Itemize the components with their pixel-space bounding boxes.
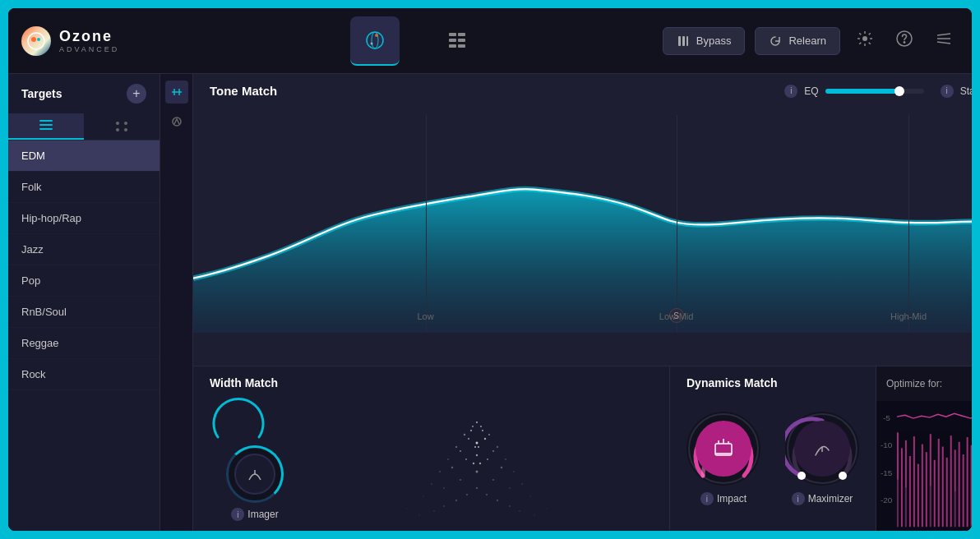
genre-item-jazz[interactable]: Jazz xyxy=(8,234,159,265)
eq-info-icon[interactable]: i xyxy=(784,85,797,98)
sidebar-header: Targets + xyxy=(8,74,159,113)
eq-slider[interactable] xyxy=(825,89,924,94)
genre-item-hiphop[interactable]: Hip-hop/Rap xyxy=(8,203,159,234)
svg-point-27 xyxy=(124,122,127,125)
svg-point-70 xyxy=(406,508,408,509)
add-target-button[interactable]: + xyxy=(127,84,146,104)
stabilizer-label: Stabilizer xyxy=(960,85,972,97)
svg-point-80 xyxy=(519,510,520,512)
svg-rect-107 xyxy=(918,464,919,527)
svg-point-6 xyxy=(370,42,372,44)
svg-point-2 xyxy=(37,38,40,41)
tone-match-header: Tone Match i EQ i Stabilizer xyxy=(193,74,972,108)
side-icon-dynamics[interactable] xyxy=(165,110,188,133)
grid-btn[interactable] xyxy=(432,16,482,66)
svg-rect-112 xyxy=(938,439,940,527)
genre-item-rnbsoul[interactable]: RnB/Soul xyxy=(8,297,159,328)
svg-point-26 xyxy=(116,128,119,131)
content-area: Tone Match i EQ i Stabilizer xyxy=(193,74,972,531)
svg-rect-118 xyxy=(963,454,964,527)
genre-item-pop[interactable]: Pop xyxy=(8,265,159,297)
sidebar-tabs xyxy=(8,113,159,141)
svg-rect-108 xyxy=(922,445,923,527)
svg-rect-119 xyxy=(967,437,968,527)
stabilizer-info-icon[interactable]: i xyxy=(941,85,954,98)
svg-point-44 xyxy=(496,446,497,448)
settings-button[interactable] xyxy=(850,24,880,58)
svg-rect-114 xyxy=(946,458,948,527)
sidebar-title: Targets xyxy=(21,87,62,100)
imager-knob-area: i Imager xyxy=(226,445,284,521)
svg-rect-115 xyxy=(950,435,952,527)
tone-chart-area: Low S Low-Mid High-Mid High xyxy=(193,115,972,333)
sidebar-tab-grid[interactable] xyxy=(84,113,159,140)
svg-point-52 xyxy=(492,450,494,452)
svg-point-43 xyxy=(455,446,456,448)
imager-knob-inner xyxy=(234,454,275,495)
svg-rect-109 xyxy=(926,452,927,527)
svg-rect-8 xyxy=(458,33,465,36)
svg-point-51 xyxy=(460,450,461,452)
genre-item-rock[interactable]: Rock xyxy=(8,359,159,390)
svg-rect-15 xyxy=(686,36,688,46)
menu-button[interactable] xyxy=(929,24,959,58)
bottom-panels: Width Match xyxy=(193,366,972,531)
svg-point-49 xyxy=(468,438,469,440)
svg-point-61 xyxy=(431,483,432,485)
svg-point-65 xyxy=(460,479,461,481)
maximizer-label-area: i Maximizer xyxy=(792,492,853,505)
maximizer-knob[interactable] xyxy=(785,412,859,486)
impact-knob[interactable] xyxy=(686,412,760,486)
app-header: Ozone ADVANCED xyxy=(8,8,972,74)
svg-point-67 xyxy=(475,471,478,473)
bypass-button[interactable]: Bypass xyxy=(663,27,746,55)
svg-point-79 xyxy=(433,510,435,512)
svg-point-60 xyxy=(500,467,502,468)
svg-rect-13 xyxy=(678,36,681,46)
freq-label-low: Low xyxy=(417,311,433,321)
svg-point-94 xyxy=(797,472,806,480)
svg-point-83 xyxy=(474,446,476,448)
imager-label: Imager xyxy=(247,509,278,520)
svg-point-0 xyxy=(28,33,44,49)
svg-line-19 xyxy=(937,34,950,35)
help-button[interactable] xyxy=(890,24,919,58)
svg-point-28 xyxy=(124,128,127,131)
relearn-button[interactable]: Relearn xyxy=(755,27,840,55)
svg-text:-10: -10 xyxy=(881,441,893,450)
svg-point-85 xyxy=(472,463,474,464)
svg-point-40 xyxy=(480,426,482,427)
svg-rect-159 xyxy=(955,491,956,527)
svg-point-73 xyxy=(466,494,468,495)
svg-rect-9 xyxy=(449,39,456,42)
imager-knob[interactable] xyxy=(226,445,284,503)
app-subtitle: ADVANCED xyxy=(59,45,119,53)
svg-rect-97 xyxy=(876,401,972,531)
genre-item-reggae[interactable]: Reggae xyxy=(8,328,159,359)
svg-point-68 xyxy=(423,495,424,497)
visualizer-btn[interactable] xyxy=(350,16,400,66)
impact-info-icon[interactable]: i xyxy=(700,492,714,505)
genre-item-edm[interactable]: EDM xyxy=(8,141,159,172)
side-icon-eq[interactable] xyxy=(165,81,188,104)
svg-rect-103 xyxy=(901,448,903,527)
freq-label-lowmid: Low-Mid xyxy=(659,311,694,321)
svg-rect-156 xyxy=(897,480,899,527)
genre-list: EDM Folk Hip-hop/Rap Jazz Pop RnB/Soul R… xyxy=(8,141,159,531)
width-match-title: Width Match xyxy=(210,376,653,389)
svg-point-38 xyxy=(476,422,478,423)
sidebar-tab-list[interactable] xyxy=(8,113,84,140)
eq-label: EQ xyxy=(804,85,818,97)
imager-info-icon[interactable]: i xyxy=(231,508,244,521)
svg-point-50 xyxy=(483,438,485,440)
genre-item-folk[interactable]: Folk xyxy=(8,172,159,203)
svg-point-84 xyxy=(478,446,479,448)
svg-rect-14 xyxy=(682,36,685,46)
svg-point-55 xyxy=(482,430,483,431)
streaming-header: Optimize for: Streaming YouTube Apple Mu… xyxy=(876,366,972,401)
maximizer-info-icon[interactable]: i xyxy=(792,492,805,505)
svg-point-63 xyxy=(442,487,444,489)
svg-point-86 xyxy=(478,463,480,464)
svg-point-47 xyxy=(438,471,440,472)
svg-point-39 xyxy=(472,426,474,427)
